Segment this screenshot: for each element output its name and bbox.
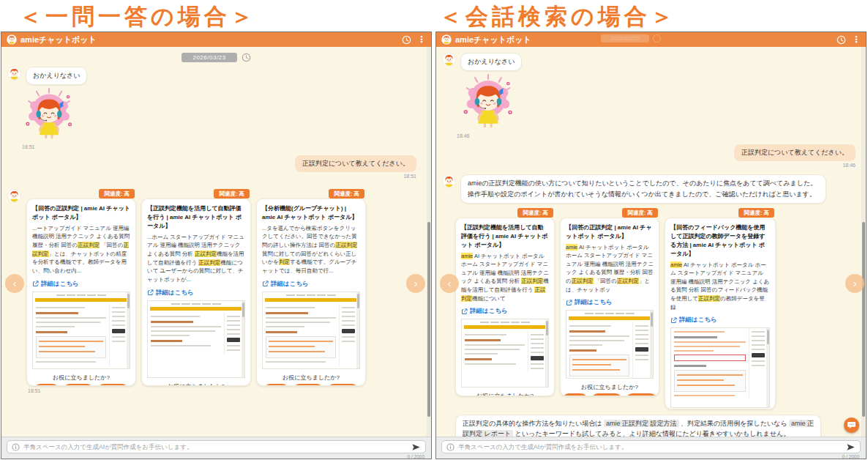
- scrollbar[interactable]: [427, 47, 431, 437]
- result-thumbnail: [670, 327, 770, 408]
- result-thumbnail: [262, 292, 360, 369]
- result-thumbnail: [461, 319, 549, 387]
- result-title: 【回答の正誤判定 | amie AI チャットボット ポータル】: [566, 223, 654, 241]
- user-message-row: 正誤判定について教えてください。 18:46: [442, 144, 856, 168]
- detail-link[interactable]: 詳細はこちら: [262, 280, 360, 289]
- chat-scroll-area[interactable]: 2026/03/23 おかえりなさい 18:51 正誤判定について教えてください…: [1, 47, 431, 437]
- detail-link-label: 詳細はこちら: [41, 280, 79, 289]
- result-title: 【分析機能(グループチャット) | amie AI チャットボット ポータル】: [262, 204, 360, 222]
- message-input-bar: 0 / 2000: [436, 437, 866, 459]
- feedback-close-button[interactable]: おしい: [63, 384, 94, 386]
- detail-link-label: 詳細はこちら: [271, 280, 309, 289]
- message-input-box[interactable]: [7, 440, 426, 453]
- user-message-bubble: 正誤判定について教えてください。: [734, 144, 856, 161]
- relevance-badge: 関連度: 高: [329, 189, 364, 199]
- history-icon[interactable]: [402, 35, 411, 45]
- bot-avatar-icon: [7, 189, 21, 203]
- result-thumbnail: [566, 310, 654, 379]
- result-card-body: 【回答の正誤判定 | amie AI チャットボット ポータル】 ...ートアッ…: [26, 199, 136, 386]
- history-icon[interactable]: [242, 53, 251, 62]
- chat-header: amieチャットボット 2026/03/23 ⋮: [436, 32, 866, 47]
- result-snippet: amie AI チャットボット ポータル ホーム スタートアップガイド マニュア…: [566, 243, 654, 294]
- history-icon[interactable]: [837, 35, 846, 45]
- thumbnail-scrollbar[interactable]: [545, 319, 548, 387]
- bot-message-row: amieの正誤判定機能の使い方について知りたいということでしたので、そのあたりに…: [442, 174, 860, 204]
- send-button[interactable]: [846, 442, 856, 452]
- feedback-close-button[interactable]: おしい: [293, 384, 324, 386]
- bot-avatar-icon: [442, 174, 456, 188]
- detail-link-label: 詳細はこちら: [679, 316, 717, 324]
- scrollbar[interactable]: [861, 47, 866, 437]
- feedback-yes-button[interactable]: はい: [562, 393, 587, 396]
- char-counter: 0 / 2000: [7, 454, 426, 459]
- carousel-next-button[interactable]: ›: [406, 274, 425, 293]
- feedback-question: お役に立ちましたか?: [461, 392, 549, 396]
- result-snippet: amie AI チャットボット ポータル ホーム スタートアップガイド マニュア…: [670, 261, 770, 312]
- detail-link[interactable]: 詳細はこちら: [461, 307, 549, 316]
- result-card-carousel: 関連度: 高 【回答の正誤判定 | amie AI チャットボット ポータル】 …: [26, 189, 366, 386]
- feedback-section: お役に立ちましたか? はい おしい いいえ: [262, 372, 360, 386]
- detail-link-label: 詳細はこちら: [470, 307, 508, 316]
- bot-message-row: おかえりなさい: [7, 67, 425, 85]
- kebab-menu-icon[interactable]: ⋮: [417, 35, 426, 44]
- feedback-yes-button[interactable]: はい: [263, 384, 288, 386]
- user-message-bubble: 正誤判定について教えてください。: [295, 155, 416, 172]
- message-input-bar: 0 / 2000: [1, 437, 431, 459]
- bot-message-row: 正誤判定の具体的な操作方法を知りたい場合は amie 正誤判定 設定方法 、判定…: [455, 415, 860, 437]
- feedback-question: お役に立ちましたか?: [566, 383, 654, 391]
- carousel-prev-button[interactable]: ‹: [5, 274, 24, 293]
- carousel-prev-button[interactable]: ‹: [440, 274, 459, 293]
- info-icon: [12, 443, 20, 451]
- external-link-icon: [262, 281, 269, 287]
- result-card-body: 【分析機能(グループチャット) | amie AI チャットボット ポータル】 …: [256, 199, 366, 386]
- chat-bubble-icon: [847, 420, 856, 430]
- result-snippet: amie AI チャットボット ポータル ホーム スタートアップガイド マニュア…: [461, 252, 549, 303]
- message-input-box[interactable]: [441, 440, 861, 453]
- feedback-close-button[interactable]: おしい: [591, 393, 623, 396]
- thumbnail-scrollbar[interactable]: [127, 292, 130, 368]
- message-input[interactable]: [458, 443, 842, 450]
- bot-avatar-icon: [7, 34, 17, 45]
- feedback-yes-button[interactable]: はい: [34, 384, 59, 386]
- feedback-section: お役に立ちましたか? はい おしい いいえ: [32, 372, 130, 386]
- external-link-icon: [670, 317, 677, 324]
- relevance-badge: 関連度: 高: [517, 208, 553, 218]
- bot-intro-bubble: amieの正誤判定機能の使い方について知りたいということでしたので、そのあたりに…: [460, 174, 826, 204]
- thumbnail-scrollbar[interactable]: [356, 292, 359, 368]
- detail-link[interactable]: 詳細はこちら: [566, 298, 654, 307]
- external-link-icon: [147, 289, 154, 296]
- detail-link-label: 詳細はこちら: [156, 289, 194, 297]
- date-separator: 2026/03/23: [7, 53, 425, 62]
- chat-scroll-area[interactable]: おかえりなさい 18:46 正誤判定について教えてください。 18:46 ami…: [436, 47, 866, 437]
- bot-results-row: 関連度: 高 【回答の正誤判定 | amie AI チャットボット ポータル】 …: [7, 189, 425, 386]
- result-snippet: ...ホーム スタートアップガイド マニュアル 運用編 機能説明 活用テクニック…: [147, 233, 245, 284]
- message-input[interactable]: [23, 443, 408, 450]
- qa-case-heading: ＜一問一答の場合＞: [19, 1, 257, 32]
- carousel-next-button[interactable]: ›: [845, 274, 864, 293]
- bot-avatar-icon: [442, 53, 456, 67]
- thumbnail-scrollbar[interactable]: [650, 311, 653, 378]
- comparison-page: ＜一問一答の場合＞ ＜会話検索の場合＞ amieチャットボット ⋮ 2026/0…: [0, 0, 868, 460]
- detail-link[interactable]: 詳細はこちら: [147, 289, 245, 297]
- chat-fab-button[interactable]: [844, 418, 859, 433]
- thumbnail-scrollbar[interactable]: [766, 328, 769, 407]
- feedback-no-button[interactable]: いいえ: [97, 384, 129, 386]
- thumbnail-scrollbar[interactable]: [242, 301, 244, 377]
- result-card-body: 【正誤判定機能を活用して自動評価を行う | amie AI チャットボット ポー…: [455, 218, 555, 396]
- result-title: 【正誤判定機能を活用して自動評価を行う | amie AI チャットボット ポー…: [461, 223, 549, 250]
- timestamp: 18:46: [842, 163, 856, 168]
- date-chip: 2026/03/23: [601, 34, 649, 42]
- bot-greeting-bubble: おかえりなさい: [460, 53, 522, 71]
- kebab-menu-icon[interactable]: ⋮: [852, 35, 861, 44]
- char-counter: 0 / 2000: [441, 454, 861, 459]
- send-button[interactable]: [411, 442, 421, 452]
- feedback-no-button[interactable]: いいえ: [327, 384, 359, 386]
- detail-link[interactable]: 詳細はこちら: [32, 280, 130, 289]
- detail-link[interactable]: 詳細はこちら: [670, 316, 770, 324]
- search-result-card: 関連度: 高 【正誤判定機能を活用して自動評価を行う | amie AI チャッ…: [455, 208, 555, 396]
- bot-message-row: おかえりなさい: [442, 53, 860, 71]
- result-card-body: 【回答の正誤判定 | amie AI チャットボット ポータル】 amie AI…: [560, 218, 659, 396]
- search-case-heading: ＜会話検索の場合＞: [439, 1, 677, 32]
- feedback-question: お役に立ちましたか?: [262, 374, 360, 382]
- feedback-no-button[interactable]: いいえ: [626, 393, 657, 396]
